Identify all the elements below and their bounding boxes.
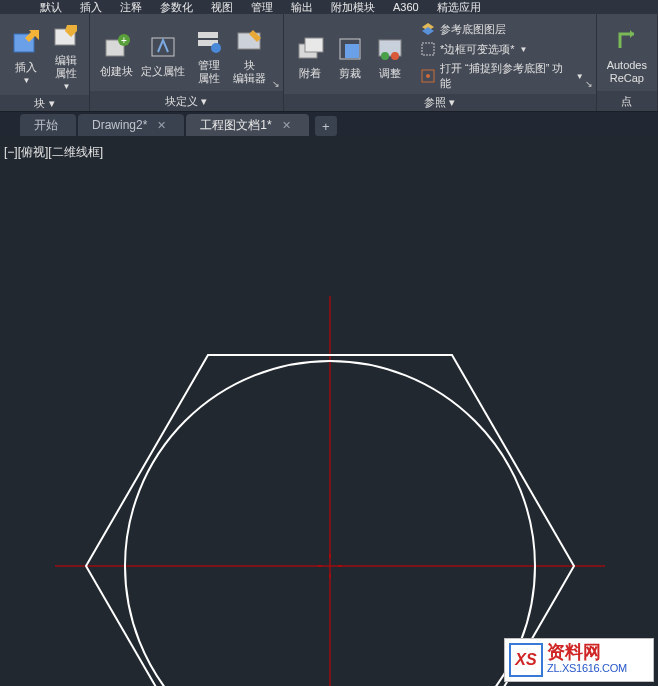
- expand-icon[interactable]: ↘: [272, 79, 280, 89]
- menu-item[interactable]: 默认: [40, 0, 62, 15]
- menu-item[interactable]: 参数化: [160, 0, 193, 15]
- create-block-icon: +: [101, 31, 133, 63]
- button-label: 定义属性: [141, 65, 185, 78]
- item-label: 打开 “捕捉到参考底图” 功能: [440, 61, 571, 91]
- menu-item[interactable]: 管理: [251, 0, 273, 15]
- define-attr-icon: [147, 31, 179, 63]
- menu-item[interactable]: 精选应用: [437, 0, 481, 15]
- svg-point-19: [426, 74, 430, 78]
- button-label: 插入: [15, 61, 37, 74]
- adjust-button[interactable]: 调整: [370, 31, 410, 82]
- button-label: 剪裁: [339, 67, 361, 80]
- block-editor-icon: [234, 25, 266, 57]
- underlay-layers-button[interactable]: 参考底图图层: [416, 20, 588, 38]
- clip-icon: [334, 33, 366, 65]
- tab-label: 开始: [34, 117, 58, 134]
- menu-item[interactable]: A360: [393, 1, 419, 13]
- chevron-down-icon: ▼: [23, 74, 31, 87]
- close-icon[interactable]: ✕: [157, 119, 166, 132]
- button-label: 块 编辑器: [233, 59, 266, 85]
- drawing-canvas[interactable]: [−][俯视][二维线框]: [0, 136, 658, 686]
- attach-button[interactable]: 附着: [290, 31, 330, 82]
- group-label[interactable]: 块定义 ▾: [90, 91, 283, 111]
- top-menubar: 默认 插入 注释 参数化 视图 管理 输出 附加模块 A360 精选应用: [0, 0, 658, 14]
- svg-point-16: [391, 52, 399, 60]
- tab-label: Drawing2*: [92, 118, 147, 132]
- chevron-down-icon: ▼: [520, 45, 528, 54]
- svg-point-8: [211, 43, 221, 53]
- menu-item[interactable]: 视图: [211, 0, 233, 15]
- svg-rect-6: [198, 32, 218, 38]
- edit-attr-icon: [50, 20, 82, 52]
- manage-attr-icon: [193, 25, 225, 57]
- document-tabbar: 开始 Drawing2* ✕ 工程图文档1* ✕ +: [0, 112, 658, 136]
- ribbon-group-reference: 附着 剪裁 调整 参考底图图层: [284, 14, 597, 111]
- tab-start[interactable]: 开始: [20, 114, 76, 136]
- group-label[interactable]: 点: [597, 91, 657, 111]
- frame-icon: [420, 41, 436, 57]
- chevron-down-icon: ▼: [576, 72, 584, 81]
- expand-icon[interactable]: ↘: [585, 79, 593, 89]
- snap-icon: [420, 68, 436, 84]
- svg-point-15: [381, 52, 389, 60]
- adjust-icon: [374, 33, 406, 65]
- frame-options-button[interactable]: *边框可变选项* ▼: [416, 40, 588, 58]
- watermark-logo: XS: [509, 643, 543, 677]
- watermark-url: ZL.XS1616.COM: [547, 660, 627, 676]
- menu-item[interactable]: 注释: [120, 0, 142, 15]
- ribbon-group-blockdef: + 创建块 定义属性 管理 属性 块 编辑器: [90, 14, 284, 111]
- tab-drawing2[interactable]: Drawing2* ✕: [78, 114, 184, 136]
- chevron-down-icon: ▼: [63, 80, 71, 93]
- group-label[interactable]: 参照 ▾: [284, 94, 596, 111]
- cad-drawing: [0, 136, 658, 686]
- item-label: *边框可变选项*: [440, 42, 515, 57]
- ribbon-group-block: 插入 ▼ 编辑 属性 ▼ 块 ▾: [0, 14, 90, 111]
- button-label: 调整: [379, 67, 401, 80]
- insert-icon: [10, 27, 42, 59]
- button-label: 附着: [299, 67, 321, 80]
- insert-button[interactable]: 插入 ▼: [6, 25, 46, 89]
- edit-attr-button[interactable]: 编辑 属性 ▼: [46, 18, 86, 95]
- define-attr-button[interactable]: 定义属性: [137, 29, 189, 80]
- close-icon[interactable]: ✕: [282, 119, 291, 132]
- button-label: Autodes ReCap: [607, 59, 647, 85]
- clip-button[interactable]: 剪裁: [330, 31, 370, 82]
- group-label[interactable]: 块 ▾: [0, 95, 89, 111]
- svg-rect-17: [422, 43, 434, 55]
- button-label: 创建块: [100, 65, 133, 78]
- new-tab-button[interactable]: +: [315, 116, 337, 136]
- menu-item[interactable]: 附加模块: [331, 0, 375, 15]
- create-block-button[interactable]: + 创建块: [96, 29, 137, 80]
- button-label: 管理 属性: [198, 59, 220, 85]
- watermark: XS 资料网 ZL.XS1616.COM: [504, 638, 654, 682]
- tab-engineering-doc1[interactable]: 工程图文档1* ✕: [186, 114, 308, 136]
- ribbon-group-point: Autodes ReCap 点: [597, 14, 658, 111]
- snap-underlay-button[interactable]: 打开 “捕捉到参考底图” 功能 ▼: [416, 60, 588, 92]
- block-editor-button[interactable]: 块 编辑器: [229, 23, 270, 87]
- svg-rect-13: [345, 44, 359, 58]
- watermark-title: 资料网: [547, 644, 627, 660]
- manage-attr-button[interactable]: 管理 属性: [189, 23, 229, 87]
- svg-text:+: +: [121, 35, 127, 46]
- tab-label: 工程图文档1*: [200, 117, 271, 134]
- menu-item[interactable]: 输出: [291, 0, 313, 15]
- attach-icon: [294, 33, 326, 65]
- button-label: 编辑 属性: [55, 54, 77, 80]
- ribbon: 插入 ▼ 编辑 属性 ▼ 块 ▾ + 创建块: [0, 14, 658, 112]
- recap-icon: [611, 25, 643, 57]
- recap-button[interactable]: Autodes ReCap: [603, 23, 651, 87]
- menu-item[interactable]: 插入: [80, 0, 102, 15]
- svg-rect-11: [305, 38, 323, 52]
- item-label: 参考底图图层: [440, 22, 506, 37]
- layers-icon: [420, 21, 436, 37]
